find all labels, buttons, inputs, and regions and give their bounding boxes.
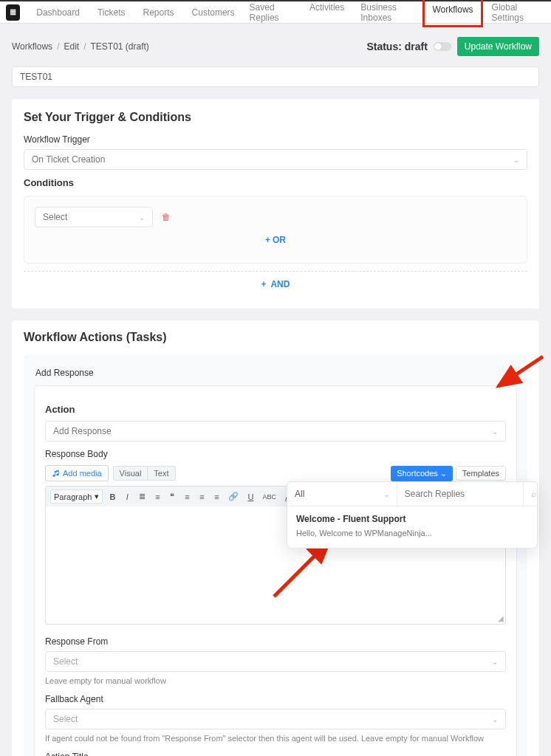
trigger-card: Workflow Trigger On Ticket Creation ⌄ Co… xyxy=(24,134,527,289)
paragraph-select[interactable]: Paragraph▾ xyxy=(50,489,103,504)
condition-select[interactable]: Select ⌄ xyxy=(35,207,153,227)
chevron-down-icon: ⌄ xyxy=(440,469,447,478)
nav-reports[interactable]: Reports xyxy=(136,3,182,22)
add-media-button[interactable]: 🎜 Add media xyxy=(45,465,109,481)
bold-button[interactable]: B xyxy=(107,491,117,503)
actions-section: Workflow Actions (Tasks) Add Response ⌄ … xyxy=(12,320,539,756)
underline-button[interactable]: U xyxy=(245,491,256,503)
chevron-down-icon: ⌄ xyxy=(510,369,516,377)
media-icon: 🎜 xyxy=(52,469,60,478)
trigger-value: On Ticket Creation xyxy=(32,154,105,165)
breadcrumb-sep-2: / xyxy=(83,41,86,52)
chevron-down-icon: ⌄ xyxy=(492,715,498,724)
page-header: Workflows / Edit / TEST01 (draft) Status… xyxy=(12,32,539,61)
chevron-down-icon: ⌄ xyxy=(492,427,498,436)
response-from-help: Leave empty for manual workflow xyxy=(45,676,506,685)
nav-business-inboxes[interactable]: Business Inboxes xyxy=(353,0,421,27)
add-response-header[interactable]: Add Response ⌄ xyxy=(34,363,517,385)
nav-customers[interactable]: Customers xyxy=(185,3,242,22)
dropdown-icon: ▾ xyxy=(95,492,99,501)
shortcodes-button[interactable]: Shortcodes ⌄ xyxy=(391,466,453,481)
response-body-label: Response Body xyxy=(45,449,506,459)
align-center-button[interactable]: ≡ xyxy=(196,491,207,503)
add-response-label: Add Response xyxy=(35,368,94,378)
popover-filter-select[interactable]: All ⌄ xyxy=(287,482,397,506)
nav-saved-replies[interactable]: Saved Replies xyxy=(242,0,301,27)
nav-tickets[interactable]: Tickets xyxy=(90,3,133,22)
popover-item-title: Welcome - Fluent Support xyxy=(296,514,528,524)
add-or-button[interactable]: +OR xyxy=(35,235,516,245)
action-card: Action Add Response ⌄ Response Body 🎜 Ad… xyxy=(34,385,517,756)
nav-dashboard[interactable]: Dashboard xyxy=(29,3,87,22)
trigger-select[interactable]: On Ticket Creation ⌄ xyxy=(24,149,527,170)
response-wrapper: Add Response ⌄ Action Add Response ⌄ Res… xyxy=(24,354,527,756)
action-label: Action xyxy=(45,404,506,415)
nav-left: Dashboard Tickets Reports Customers xyxy=(29,3,242,22)
templates-button[interactable]: Templates xyxy=(456,466,506,481)
trigger-label: Workflow Trigger xyxy=(24,134,527,145)
conditions-label: Conditions xyxy=(24,177,527,188)
workflow-title-input[interactable] xyxy=(12,66,539,87)
fallback-agent-label: Fallback Agent xyxy=(45,694,506,704)
response-from-label: Response From xyxy=(45,636,506,647)
ul-button[interactable]: ≣ xyxy=(137,490,148,503)
nav-right: Saved Replies Activities Business Inboxe… xyxy=(242,0,545,27)
action-title-label: Action Title xyxy=(45,752,506,756)
condition-row: Select ⌄ 🗑 xyxy=(35,207,516,227)
quote-button[interactable]: ❝ xyxy=(167,490,177,503)
add-and-button[interactable]: + AND xyxy=(24,271,527,289)
breadcrumb-root[interactable]: Workflows xyxy=(12,41,52,52)
trigger-heading: Set Your Trigger & Conditions xyxy=(24,111,527,124)
search-icon[interactable]: ⌕ xyxy=(523,482,544,506)
actions-heading: Workflow Actions (Tasks) xyxy=(24,331,527,344)
breadcrumb: Workflows / Edit / TEST01 (draft) xyxy=(12,41,149,52)
status-block: Status: draft Update Workflow xyxy=(366,37,539,56)
nav-global-settings[interactable]: Global Settings xyxy=(485,0,545,27)
editor-top-row: 🎜 Add media Visual Text Shortcodes ⌄ Tem… xyxy=(45,465,506,481)
top-nav: ≣ Dashboard Tickets Reports Customers Sa… xyxy=(0,0,551,24)
response-from-select[interactable]: Select ⌄ xyxy=(45,651,506,672)
status-toggle[interactable] xyxy=(434,42,451,51)
abc-button[interactable]: ABC xyxy=(260,492,278,502)
chevron-down-icon: ⌄ xyxy=(492,658,498,666)
chevron-down-icon: ⌄ xyxy=(139,213,145,221)
nav-activities[interactable]: Activities xyxy=(302,0,352,27)
breadcrumb-edit[interactable]: Edit xyxy=(64,41,79,52)
delete-condition-button[interactable]: 🗑 xyxy=(162,212,171,222)
resize-handle-icon[interactable]: ◢ xyxy=(498,614,504,622)
breadcrumb-current: TEST01 (draft) xyxy=(91,41,149,52)
conditions-box: Select ⌄ 🗑 +OR xyxy=(24,196,527,264)
ol-button[interactable]: ≡ xyxy=(152,491,162,503)
popover-item-desc: Hello, Welcome to WPManageNinja... xyxy=(296,529,528,537)
link-button[interactable]: 🔗 xyxy=(226,490,241,503)
fallback-agent-select[interactable]: Select ⌄ xyxy=(45,709,506,729)
fallback-help: If agent could not be found from "Respon… xyxy=(45,734,506,743)
trigger-section: Set Your Trigger & Conditions Workflow T… xyxy=(12,99,539,309)
nav-workflows[interactable]: Workflows xyxy=(422,0,482,27)
action-select[interactable]: Add Response ⌄ xyxy=(45,421,506,441)
text-tab[interactable]: Text xyxy=(148,466,175,481)
update-workflow-button[interactable]: Update Workflow xyxy=(457,37,539,56)
align-right-button[interactable]: ≡ xyxy=(211,491,222,503)
visual-tab[interactable]: Visual xyxy=(113,466,148,481)
chevron-down-icon: ⌄ xyxy=(383,490,389,498)
status-label: Status: draft xyxy=(366,41,427,52)
align-left-button[interactable]: ≡ xyxy=(182,491,192,503)
chevron-down-icon: ⌄ xyxy=(513,156,519,164)
popover-search-input[interactable] xyxy=(397,483,523,505)
italic-button[interactable]: I xyxy=(122,491,132,503)
breadcrumb-sep-1: / xyxy=(57,41,59,52)
templates-popover: All ⌄ ⌕ Welcome - Fluent Support Hello, … xyxy=(287,481,538,549)
popover-item[interactable]: Welcome - Fluent Support Hello, Welcome … xyxy=(287,506,537,548)
app-logo: ≣ xyxy=(6,4,20,21)
